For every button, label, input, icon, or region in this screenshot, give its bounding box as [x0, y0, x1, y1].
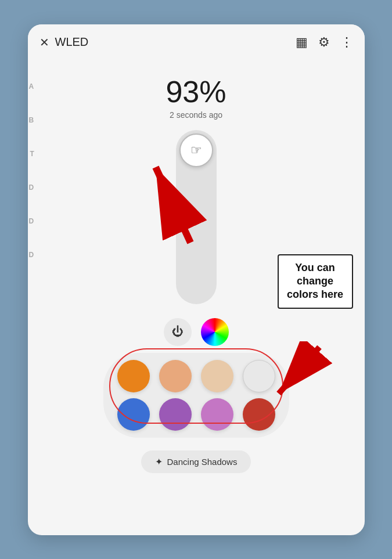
color-dot-peach[interactable] [159, 360, 192, 392]
close-button[interactable]: ✕ [39, 35, 49, 49]
effect-button[interactable]: ✦ Dancing Shadows [141, 450, 251, 473]
annotation-text: You canchangecolors here [287, 262, 343, 301]
power-button[interactable]: ⏻ [164, 318, 192, 346]
brightness-slider[interactable]: ☞ [176, 130, 217, 304]
color-dot-light-peach[interactable] [201, 360, 233, 392]
last-updated-timestamp: 2 seconds ago [170, 110, 222, 120]
annotation-box: You canchangecolors here [278, 254, 353, 309]
controls-row: ⏻ [164, 318, 229, 346]
power-icon: ⏻ [172, 325, 184, 338]
settings-icon[interactable]: ⚙ [318, 35, 330, 50]
more-menu-icon[interactable]: ⋮ [340, 35, 353, 50]
color-palette-wrapper [103, 353, 289, 438]
brightness-percentage: 93% [166, 74, 226, 109]
app-title: WLED [55, 35, 296, 49]
color-palette [103, 353, 289, 438]
color-dot-orange[interactable] [117, 360, 150, 392]
slider-thumb[interactable]: ☞ [179, 134, 213, 167]
color-dot-white[interactable] [243, 360, 275, 392]
color-dot-blue[interactable] [117, 398, 150, 431]
color-dot-purple[interactable] [159, 398, 192, 431]
main-content: 93% 2 seconds ago ☞ You canchangecolors … [28, 57, 365, 535]
color-dot-pink-purple[interactable] [201, 398, 233, 431]
cursor-icon: ☞ [190, 143, 202, 158]
bar-chart-icon[interactable]: ▦ [296, 35, 308, 50]
app-card: ✕ WLED ▦ ⚙ ⋮ A B T D D D 93% 2 seconds a… [28, 24, 365, 535]
effect-label: Dancing Shadows [167, 457, 238, 467]
color-dot-red[interactable] [243, 398, 275, 431]
header: ✕ WLED ▦ ⚙ ⋮ [28, 24, 365, 57]
header-icons: ▦ ⚙ ⋮ [296, 35, 353, 50]
sparkle-icon: ✦ [155, 456, 163, 467]
color-wheel-button[interactable] [201, 318, 229, 346]
